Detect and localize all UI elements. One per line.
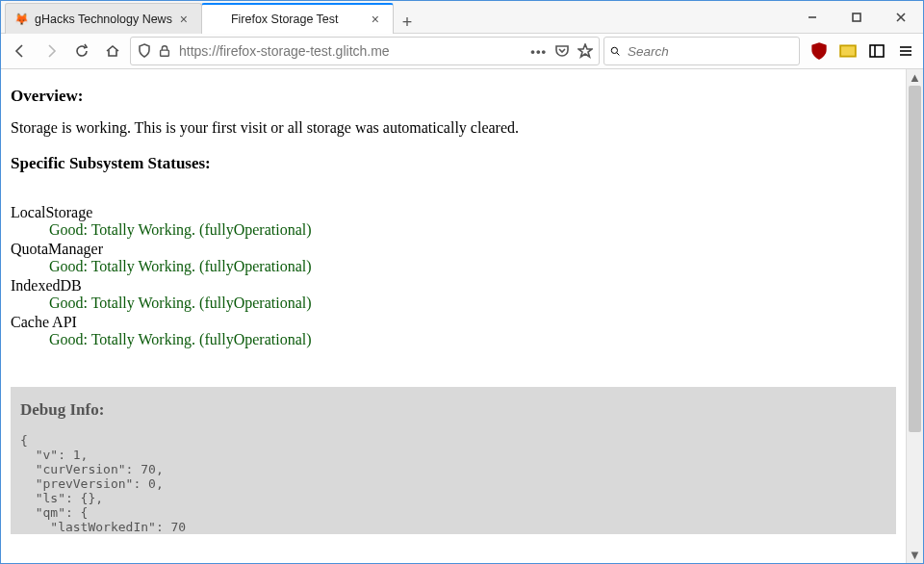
svg-rect-4 [161,50,169,56]
subsystem-status: Good: Totally Working. (fullyOperational… [49,331,896,348]
home-button[interactable] [99,38,126,64]
svg-marker-5 [578,44,592,57]
browser-window: 🦊 gHacks Technology News × Firefox Stora… [0,0,924,564]
tab-label: Firefox Storage Test [231,13,364,26]
svg-rect-1 [853,13,860,21]
close-tab-icon[interactable]: × [176,12,192,27]
favicon-icon: 🦊 [13,12,29,27]
sidebar-icon[interactable] [865,39,888,63]
search-bar[interactable] [603,37,800,65]
svg-line-7 [617,53,620,56]
debug-heading: Debug Info: [20,400,886,420]
subsystem-indexeddb: IndexedDB Good: Totally Working. (fullyO… [11,277,896,312]
subsystem-name: LocalStorage [11,204,896,221]
pocket-icon[interactable] [554,43,570,59]
scroll-up-arrow-icon[interactable]: ▲ [907,69,923,86]
reload-button[interactable] [68,38,95,64]
close-window-button[interactable] [879,1,923,33]
subsystems-heading: Specific Subsystem Statuses: [11,154,896,173]
overview-text: Storage is working. This is your first v… [11,119,896,137]
subsystem-localstorage: LocalStorage Good: Totally Working. (ful… [11,204,896,239]
titlebar: 🦊 gHacks Technology News × Firefox Stora… [1,1,923,34]
new-tab-button[interactable]: + [393,13,422,33]
app-menu-icon[interactable] [894,39,917,63]
subsystem-name: Cache API [11,314,896,331]
tab-strip: 🦊 gHacks Technology News × Firefox Stora… [1,1,422,33]
svg-rect-8 [840,45,856,56]
debug-section: Debug Info: { "v": 1, "curVersion": 70, … [11,387,896,534]
minimize-button[interactable] [790,1,834,33]
tab-label: gHacks Technology News [35,13,172,26]
flagfox-icon[interactable] [836,39,860,63]
debug-json: { "v": 1, "curVersion": 70, "prevVersion… [20,433,886,534]
subsystem-cacheapi: Cache API Good: Totally Working. (fullyO… [11,314,896,348]
close-tab-icon[interactable]: × [368,12,383,27]
subsystem-status: Good: Totally Working. (fullyOperational… [49,295,896,312]
tracking-protection-icon [137,43,152,59]
scroll-down-arrow-icon[interactable]: ▼ [907,547,923,563]
url-bar[interactable]: ••• [130,37,600,65]
search-input[interactable] [626,43,793,60]
bookmark-star-icon[interactable] [578,43,593,59]
scroll-thumb[interactable] [909,86,921,432]
page-content: Overview: Storage is working. This is yo… [1,69,906,563]
maximize-button[interactable] [834,1,879,33]
ublock-icon[interactable] [808,39,831,63]
search-icon [610,44,620,58]
favicon-icon [210,12,225,27]
identity-box[interactable] [137,43,171,59]
svg-point-6 [611,47,617,53]
toolbar-extensions [808,39,917,63]
subsystem-name: IndexedDB [11,277,896,295]
back-button[interactable] [7,38,34,64]
page-actions-more-icon[interactable]: ••• [530,44,547,59]
overview-heading: Overview: [11,87,896,106]
viewport: Overview: Storage is working. This is yo… [1,69,923,563]
subsystem-status: Good: Totally Working. (fullyOperational… [49,221,896,239]
lock-icon [158,44,171,58]
nav-toolbar: ••• [1,34,923,69]
window-controls [790,1,923,33]
subsystem-status: Good: Totally Working. (fullyOperational… [49,258,896,275]
svg-rect-9 [870,45,884,57]
subsystem-name: QuotaManager [11,241,896,258]
forward-button[interactable] [38,38,64,64]
url-input[interactable] [177,42,525,60]
subsystem-quotamanager: QuotaManager Good: Totally Working. (ful… [11,241,896,275]
vertical-scrollbar[interactable]: ▲ ▼ [906,69,923,563]
tab-firefox-storage-test[interactable]: Firefox Storage Test × [201,3,394,34]
tab-ghacks[interactable]: 🦊 gHacks Technology News × [5,3,202,34]
page-actions: ••• [530,43,593,59]
